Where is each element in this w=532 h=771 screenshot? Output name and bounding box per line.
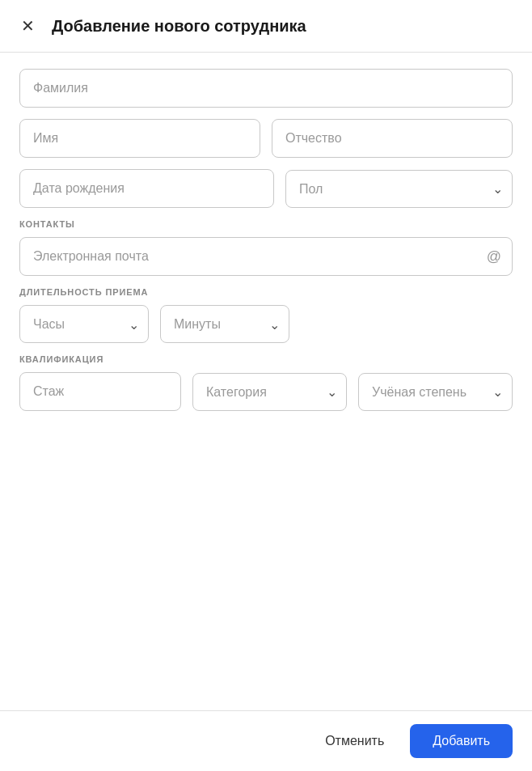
- gender-select-wrapper: Пол Мужской Женский ⌄: [285, 169, 513, 208]
- name-patronymic-row: [19, 119, 513, 158]
- duration-label: ДЛИТЕЛЬНОСТЬ ПРИЕМА: [19, 287, 513, 297]
- duration-row: Часы 0 1 2 3 4 ⌄ Минуты 0 15 30 45 ⌄: [19, 305, 513, 343]
- birthdate-input[interactable]: [19, 169, 274, 208]
- add-button[interactable]: Добавить: [410, 724, 513, 758]
- qualification-label: КВАЛИФИКАЦИЯ: [19, 354, 513, 364]
- degree-select[interactable]: Учёная степень Кандидат наук Доктор наук: [358, 373, 513, 411]
- name-input[interactable]: [19, 119, 260, 158]
- minutes-select-wrapper: Минуты 0 15 30 45 ⌄: [160, 305, 289, 343]
- close-button[interactable]: ✕: [16, 15, 39, 37]
- dialog-footer: Отменить Добавить: [0, 710, 532, 771]
- close-icon: ✕: [21, 16, 35, 36]
- patronymic-input[interactable]: [272, 119, 513, 158]
- minutes-select[interactable]: Минуты 0 15 30 45: [160, 305, 289, 343]
- email-input[interactable]: [19, 237, 513, 276]
- contacts-label: КОНТАКТЫ: [19, 219, 513, 229]
- birthdate-gender-row: Пол Мужской Женский ⌄: [19, 169, 513, 208]
- stazh-input[interactable]: [19, 372, 181, 411]
- cancel-button[interactable]: Отменить: [312, 726, 397, 756]
- surname-row: [19, 69, 513, 108]
- category-select-wrapper: Категория Первая Вторая Высшая ⌄: [192, 372, 347, 411]
- dialog-header: ✕ Добавление нового сотрудника: [0, 0, 532, 53]
- dialog-title: Добавление нового сотрудника: [52, 17, 306, 36]
- email-wrapper: @: [19, 237, 513, 276]
- degree-select-wrapper: Учёная степень Кандидат наук Доктор наук…: [358, 372, 513, 411]
- category-select[interactable]: Категория Первая Вторая Высшая: [192, 373, 347, 411]
- email-row: @: [19, 237, 513, 276]
- qualification-row: Категория Первая Вторая Высшая ⌄ Учёная …: [19, 372, 513, 411]
- gender-select[interactable]: Пол Мужской Женский: [285, 170, 513, 208]
- form-content: Пол Мужской Женский ⌄ КОНТАКТЫ @ ДЛИТЕЛЬ…: [0, 53, 532, 710]
- surname-input[interactable]: [19, 69, 513, 108]
- hours-select[interactable]: Часы 0 1 2 3 4: [19, 305, 149, 343]
- hours-select-wrapper: Часы 0 1 2 3 4 ⌄: [19, 305, 149, 343]
